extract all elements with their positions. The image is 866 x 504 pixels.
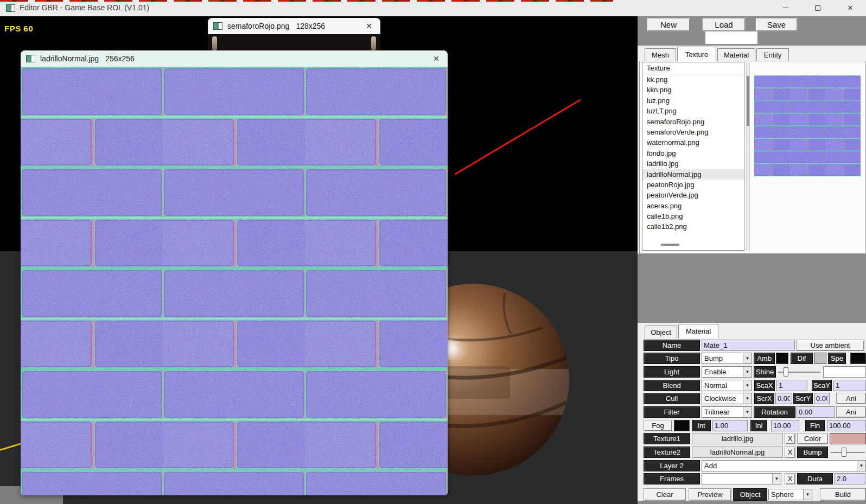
texture-list-item[interactable]: waternormal.png — [642, 137, 744, 148]
frames-clear-button[interactable]: X — [785, 473, 795, 484]
use-ambient-button[interactable]: Use ambient — [796, 340, 864, 351]
dropdown-arrow-icon: ▼ — [803, 489, 812, 500]
texture-list-item[interactable]: peatonRojo.jpg — [642, 180, 744, 190]
panel-notch — [705, 31, 757, 44]
texture-list-item[interactable]: kkn.png — [642, 85, 744, 95]
clear-button[interactable]: Clear — [644, 488, 686, 501]
fog-fin-input[interactable] — [827, 420, 866, 431]
horizontal-scrollbar-thumb[interactable] — [661, 244, 679, 246]
tipo-dropdown[interactable]: Bump ▼ — [702, 353, 752, 364]
material-color-swatch[interactable] — [830, 433, 866, 444]
material-name-input[interactable] — [702, 340, 795, 351]
preview-shape-value: Sphere — [769, 489, 803, 500]
dropdown-arrow-icon: ▼ — [743, 380, 752, 391]
save-button[interactable]: Save — [755, 18, 798, 31]
layer2-dropdown[interactable]: Add ▼ — [702, 460, 866, 471]
normal-map-image — [21, 67, 448, 495]
scrx-input[interactable] — [775, 393, 792, 404]
tab-object[interactable]: Object — [645, 326, 677, 338]
tab-texture[interactable]: Texture — [677, 47, 716, 61]
bump-slider[interactable] — [830, 446, 866, 458]
new-button[interactable]: New — [647, 18, 690, 31]
texture-list-item[interactable]: kk.png — [642, 74, 744, 85]
scry-input[interactable] — [814, 393, 830, 404]
dura-input[interactable] — [835, 473, 865, 484]
texture-list-item[interactable]: luz.png — [642, 95, 744, 106]
load-button[interactable]: Load — [702, 18, 746, 31]
light-dropdown[interactable]: Enable ▼ — [702, 366, 752, 378]
close-button[interactable]: ✕ — [838, 0, 863, 16]
filter-dropdown[interactable]: Trilinear ▼ — [702, 406, 752, 418]
fog-int-label: Int — [692, 420, 711, 431]
fog-color-swatch[interactable] — [674, 420, 690, 431]
close-icon[interactable]: ✕ — [363, 22, 375, 30]
scax-input[interactable] — [776, 380, 807, 391]
preview-button[interactable]: Preview — [689, 488, 731, 501]
minimize-button[interactable] — [773, 0, 798, 16]
texture2-clear-button[interactable]: X — [785, 446, 795, 458]
preview-shape-dropdown[interactable]: Sphere ▼ — [768, 489, 812, 500]
texture-list-scrollbar[interactable] — [746, 63, 750, 250]
texture-list-item[interactable]: luzLT.png — [642, 106, 744, 116]
texture-list-item[interactable]: semaforoRojo.png — [642, 117, 744, 127]
bump-label: Bump — [797, 446, 828, 458]
frames-dropdown[interactable]: ▼ — [702, 473, 781, 484]
scroll-ani-button[interactable]: Ani — [836, 393, 866, 404]
traffic-light-hook — [371, 36, 376, 50]
maximize-button[interactable] — [805, 0, 830, 16]
object-toggle-button[interactable]: Object — [733, 488, 767, 501]
texture-list-item[interactable]: ladrillo.jpg — [642, 158, 744, 169]
tab-mesh[interactable]: Mesh — [645, 48, 676, 61]
ambient-color-swatch[interactable] — [776, 353, 788, 364]
texture-list-item[interactable]: calle1b2.png — [642, 221, 744, 232]
layer2-label: Layer 2 — [644, 460, 700, 471]
texture-list-item[interactable]: peatonVerde.jpg — [642, 190, 744, 200]
build-button[interactable]: Build — [820, 488, 866, 501]
dura-label: Dura — [797, 473, 833, 484]
texture-list-item[interactable]: aceras.png — [642, 201, 744, 211]
tab-entity[interactable]: Entity — [756, 48, 789, 61]
texture-list-item[interactable]: fondo.jpg — [642, 148, 744, 158]
texture-list-item[interactable]: calle1b.png — [642, 211, 744, 221]
texture-list-header[interactable]: Texture — [642, 62, 744, 74]
rotation-input[interactable] — [797, 406, 835, 418]
texture-list-item-selected[interactable]: ladrilloNormal.jpg — [642, 169, 744, 180]
texture1-slot-button[interactable]: ladrillo.jpg — [692, 433, 783, 444]
ladrillo-window-dimensions: 256x256 — [105, 54, 135, 63]
diffuse-color-swatch[interactable] — [814, 353, 826, 364]
color-button[interactable]: Color — [797, 433, 828, 444]
dropdown-arrow-icon: ▼ — [743, 353, 752, 363]
dropdown-arrow-icon: ▼ — [743, 367, 752, 377]
frames-value — [702, 474, 772, 484]
app-titlebar[interactable]: Editor GBR - Game Base ROL (V1.01) ✕ — [0, 0, 866, 16]
specular-color-swatch[interactable] — [850, 353, 866, 364]
scrx-label: ScrX — [754, 393, 774, 404]
scrollbar-thumb[interactable] — [747, 76, 749, 126]
tab-material[interactable]: Material — [717, 48, 755, 61]
slider-thumb[interactable] — [842, 448, 846, 457]
cull-dropdown[interactable]: Clockwise ▼ — [702, 393, 752, 404]
fog-ini-input[interactable] — [771, 420, 799, 431]
slider-thumb[interactable] — [784, 367, 788, 377]
ladrillo-window-titlebar[interactable]: ladrilloNormal.jpg 256x256 ✕ — [21, 50, 448, 67]
tab-material-props[interactable]: Material — [678, 324, 718, 338]
scay-input[interactable] — [833, 380, 866, 391]
shine-slider[interactable] — [777, 366, 822, 378]
cull-value: Clockwise — [702, 393, 743, 404]
app-icon — [6, 4, 15, 12]
app-window: FPS 60 semaforoRojo.png 128x256 ✕ ladril… — [0, 0, 866, 504]
texture2-slot-button[interactable]: ladrilloNormal.jpg — [692, 446, 783, 458]
fog-button[interactable]: Fog — [644, 420, 672, 431]
texture-list-item[interactable]: semaforoVerde.png — [642, 127, 744, 137]
texture1-label: Texture1 — [644, 433, 690, 444]
close-icon[interactable]: ✕ — [430, 54, 442, 63]
scay-label: ScaY — [812, 380, 832, 391]
semaforo-window-titlebar[interactable]: semaforoRojo.png 128x256 ✕ — [208, 18, 380, 34]
fog-int-input[interactable] — [712, 420, 748, 431]
rotation-ani-button[interactable]: Ani — [836, 406, 866, 418]
specular-label: Spe — [828, 353, 846, 364]
rotation-label: Rotation — [754, 406, 795, 418]
blend-dropdown[interactable]: Normal ▼ — [702, 380, 752, 391]
shine-input[interactable] — [823, 366, 866, 378]
texture1-clear-button[interactable]: X — [785, 433, 795, 444]
